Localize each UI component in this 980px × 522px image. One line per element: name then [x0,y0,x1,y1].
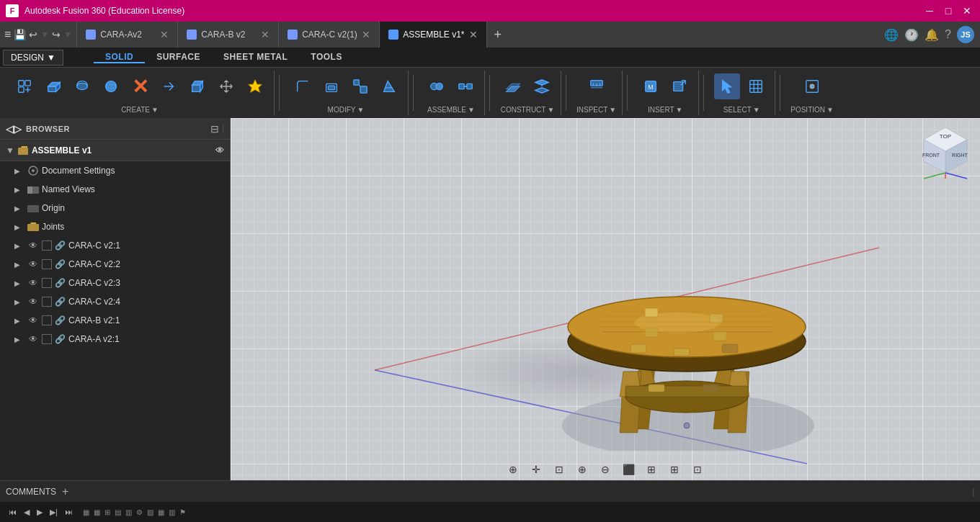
browser-item-cara-c-v2-1[interactable]: ▶ 👁 🔗 CARA-C v2:1 [0,236,230,255]
select-button[interactable] [714,73,740,99]
tab-cara-av2[interactable]: CARA-Av2 ✕ [77,22,178,48]
zoom-in-button[interactable]: ⊕ [572,462,592,477]
cara-c-v2-1-visibility-icon[interactable]: 👁 [27,240,39,251]
sphere-button[interactable] [98,73,124,99]
prev-frame-button[interactable]: ◀ [21,508,32,517]
tab-close-cara-bv2[interactable]: ✕ [261,29,270,40]
timeline-icon-9[interactable]: ▥ [167,508,177,516]
toolbar-tab-surface[interactable]: SURFACE [145,52,212,62]
timeline-icon-8[interactable]: ▦ [156,508,166,516]
clock-icon[interactable]: 🕐 [904,28,919,42]
redo-button[interactable]: ↪ [52,29,61,40]
measure-button[interactable] [584,73,610,99]
cara-c-v2-4-visibility-icon[interactable]: 👁 [27,297,39,307]
grid-button[interactable]: ⊞ [664,462,685,477]
timeline-icon-2[interactable]: ▦ [92,508,102,516]
tab-assemble-v1[interactable]: ASSEMBLE v1* ✕ [380,22,486,48]
save-button[interactable]: 💾 [14,29,26,40]
cara-c-v2-3-visibility-icon[interactable]: 👁 [27,278,39,288]
browser-item-cara-c-v2-2[interactable]: ▶ 👁 🔗 CARA-C v2:2 [0,255,230,274]
root-eye-icon[interactable]: 👁 [215,145,224,156]
skip-start-button[interactable]: ⏮ [6,508,19,516]
timeline-icon-7[interactable]: ▧ [146,508,155,516]
help-icon[interactable]: ? [945,28,951,41]
browser-item-origin[interactable]: ▶ Origin [0,199,230,217]
cara-c-v2-2-checkbox[interactable] [42,259,52,269]
inspect-label[interactable]: INSPECT ▼ [576,106,616,115]
cara-a-v2-1-visibility-icon[interactable]: 👁 [27,334,39,344]
play-button[interactable]: ▶ [34,508,45,517]
position-button[interactable] [799,73,825,99]
viewport[interactable]: TOP RIGHT FRONT ⊕ ✛ ⊡ ⊕ ⊖ ⬛ ⊞ ⊞ ⊡ [231,118,980,480]
select-label[interactable]: SELECT ▼ [723,106,760,115]
pan-button[interactable]: ✛ [526,462,546,477]
extrude-button[interactable] [40,73,66,99]
offset-plane-button[interactable] [500,73,526,99]
bell-icon[interactable]: 🔔 [925,28,939,42]
draft-button[interactable] [376,73,402,99]
close-button[interactable]: ✕ [960,4,974,18]
timeline-icon-6[interactable]: ⚙ [135,508,144,516]
select-filter-button[interactable] [743,73,769,99]
orbit-button[interactable]: ⊕ [503,462,523,477]
maximize-button[interactable]: □ [941,4,956,18]
browser-item-joints[interactable]: ▶ Joints [0,217,230,236]
cara-c-v2-3-checkbox[interactable] [42,278,52,288]
modify-label[interactable]: MODIFY ▼ [328,106,365,115]
tab-cara-cv21[interactable]: CARA-C v2(1) ✕ [279,22,380,48]
view-settings-button[interactable]: ⊡ [687,462,708,477]
cara-b-v2-1-checkbox[interactable] [42,315,52,325]
tab-close-assemble[interactable]: ✕ [469,29,478,40]
create-more-button[interactable] [156,73,182,99]
joint-button[interactable] [424,73,450,99]
shell-button[interactable] [318,73,344,99]
minimize-button[interactable]: ─ [922,4,937,18]
browser-item-cara-c-v2-4[interactable]: ▶ 👁 🔗 CARA-C v2:4 [0,292,230,311]
timeline-icon-3[interactable]: ⊞ [103,508,112,516]
timeline-icon-10[interactable]: ⚑ [178,508,187,516]
browser-collapse-icon[interactable]: ⊟ [210,123,219,135]
cara-c-v2-2-visibility-icon[interactable]: 👁 [27,259,39,269]
revolve-button[interactable] [69,73,95,99]
insert-label[interactable]: INSERT ▼ [648,106,682,115]
insert-svg-button[interactable] [667,73,692,99]
rigid-group-button[interactable] [453,73,478,99]
toolbar-tab-tools[interactable]: TOOLS [299,52,354,62]
tab-close-cara-cv21[interactable]: ✕ [362,29,370,40]
scale-button[interactable] [347,73,373,99]
undo-button[interactable]: ↩ [29,29,37,40]
browser-item-cara-c-v2-3[interactable]: ▶ 👁 🔗 CARA-C v2:3 [0,274,230,292]
timeline-icon-5[interactable]: ▥ [124,508,133,516]
zoom-out-button[interactable]: ⊖ [595,462,615,477]
collapse-icon[interactable]: ◁▷ [6,123,22,135]
add-comment-button[interactable]: + [62,485,68,498]
browser-root[interactable]: ▼ ASSEMBLE v1 👁 [0,140,230,161]
cara-c-v2-4-checkbox[interactable] [42,297,52,307]
browser-item-document-settings[interactable]: ▶ Document Settings [0,161,230,180]
next-frame-button[interactable]: ▶| [47,508,61,517]
position-label[interactable]: POSITION ▼ [790,106,834,115]
construct-label[interactable]: CONSTRUCT ▼ [501,106,555,115]
timeline-icon-1[interactable]: ▦ [81,508,91,516]
zoom-fit-button[interactable]: ⊡ [549,462,569,477]
design-dropdown[interactable]: DESIGN ▼ [3,50,63,66]
cara-b-v2-1-visibility-icon[interactable]: 👁 [27,315,39,325]
search-online-icon[interactable]: 🌐 [884,28,899,42]
new-tab-button[interactable]: + [487,22,509,48]
timeline-icon-4[interactable]: ▤ [113,508,122,516]
delete-button[interactable]: ✕ [127,73,153,99]
cara-a-v2-1-checkbox[interactable] [42,334,52,344]
midplane-button[interactable] [529,73,555,99]
feature-button[interactable] [242,73,268,99]
create-label[interactable]: CREATE ▼ [121,106,159,115]
browser-item-named-views[interactable]: ▶ Named Views [0,180,230,199]
toolbar-tab-sheetmetal[interactable]: SHEET METAL [212,52,299,62]
root-collapse-arrow[interactable]: ▼ [6,145,14,156]
skip-end-button[interactable]: ⏭ [62,508,76,516]
cara-c-v2-1-checkbox[interactable] [42,240,52,251]
tab-cara-bv2[interactable]: CARA-B v2 ✕ [178,22,279,48]
user-avatar[interactable]: JS [957,26,974,43]
tab-close-cara-av2[interactable]: ✕ [160,29,169,40]
box-button[interactable] [184,73,210,99]
browser-item-cara-a-v2-1[interactable]: ▶ 👁 🔗 CARA-A v2:1 [0,330,230,348]
